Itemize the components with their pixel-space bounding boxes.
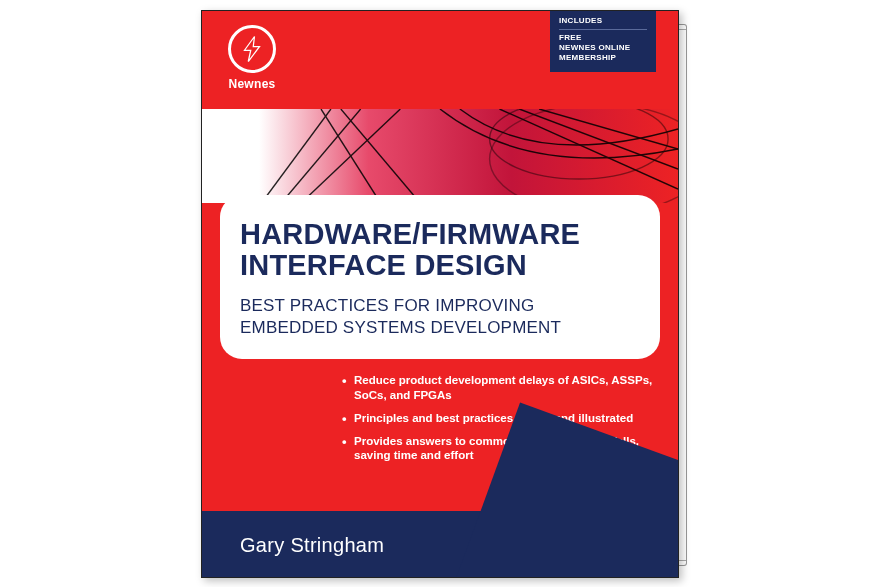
includes-line: MEMBERSHIP [559, 53, 647, 63]
includes-heading: INCLUDES [559, 16, 647, 30]
svg-point-1 [490, 109, 678, 203]
bullet-item: Reduce product development delays of ASI… [342, 373, 656, 403]
includes-line: FREE [559, 33, 647, 43]
title-line-1: HARDWARE/FIRMWARE [240, 219, 640, 250]
title-panel: HARDWARE/FIRMWARE INTERFACE DESIGN BEST … [220, 195, 660, 359]
includes-badge: INCLUDES FREE NEWNES ONLINE MEMBERSHIP [550, 11, 656, 72]
decorative-graphic-band [202, 109, 678, 203]
publisher-name: Newnes [228, 77, 275, 91]
subtitle-line-2: EMBEDDED SYSTEMS DEVELOPMENT [240, 317, 640, 339]
author-name: Gary Stringham [240, 534, 384, 557]
book-cover: Newnes INCLUDES FREE NEWNES ONLINE MEMBE… [201, 10, 679, 578]
publisher-logo: Newnes [220, 25, 284, 91]
book-title: HARDWARE/FIRMWARE INTERFACE DESIGN [240, 219, 640, 281]
book-subtitle: BEST PRACTICES FOR IMPROVING EMBEDDED SY… [240, 295, 640, 339]
bullet-item: Principles and best practices taught and… [342, 411, 656, 426]
subtitle-line-1: BEST PRACTICES FOR IMPROVING [240, 295, 640, 317]
cover-header: Newnes INCLUDES FREE NEWNES ONLINE MEMBE… [202, 11, 678, 109]
includes-line: NEWNES ONLINE [559, 43, 647, 53]
lightning-icon [228, 25, 276, 73]
title-line-2: INTERFACE DESIGN [240, 250, 640, 281]
book: Newnes INCLUDES FREE NEWNES ONLINE MEMBE… [201, 10, 679, 578]
